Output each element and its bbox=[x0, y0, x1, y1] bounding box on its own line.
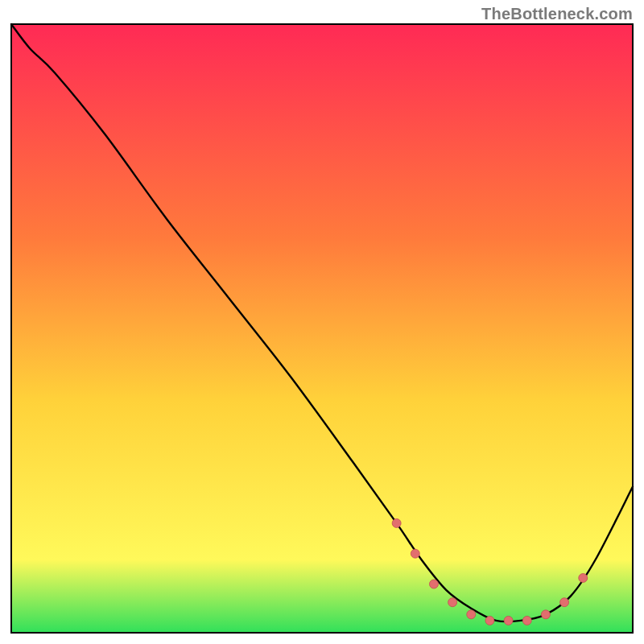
optimal-marker bbox=[560, 598, 569, 607]
optimal-marker bbox=[411, 549, 419, 558]
optimal-marker bbox=[522, 616, 531, 625]
optimal-marker bbox=[504, 616, 513, 625]
chart-container: { "attribution": "TheBottleneck.com", "c… bbox=[0, 0, 644, 644]
optimal-marker bbox=[392, 518, 401, 527]
optimal-marker bbox=[467, 610, 476, 619]
optimal-marker bbox=[448, 598, 457, 607]
optimal-marker bbox=[579, 573, 588, 582]
plot-background bbox=[11, 24, 633, 633]
optimal-marker bbox=[541, 610, 550, 619]
bottleneck-chart bbox=[0, 0, 644, 644]
optimal-marker bbox=[429, 580, 438, 588]
attribution-label: TheBottleneck.com bbox=[481, 5, 633, 23]
optimal-marker bbox=[485, 616, 494, 625]
